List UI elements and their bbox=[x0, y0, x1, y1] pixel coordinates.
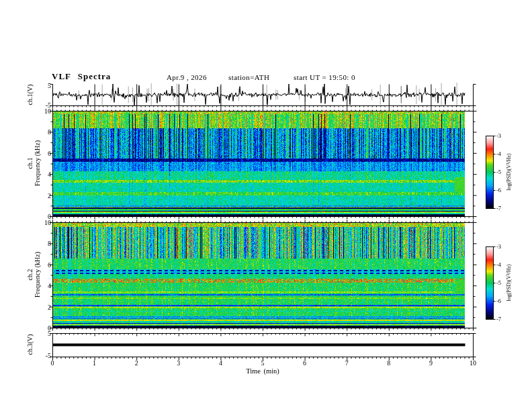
x-tick-label: 10 bbox=[470, 359, 476, 367]
spec2-axis-label-line1: ch.2 bbox=[27, 252, 34, 298]
start-ut-label: start UT = 19:50: 0 bbox=[294, 73, 355, 81]
station-label: station=ATH bbox=[228, 73, 269, 81]
colorbar-tick-label: -4 bbox=[496, 150, 501, 157]
colorbar-tick-label: -6 bbox=[496, 298, 501, 304]
spec1-tick-label: 6 bbox=[48, 149, 51, 156]
ch3-wave-tick-label: 5 bbox=[48, 330, 51, 337]
spec2-axis-label: ch.2 Frequency (kHz) bbox=[27, 252, 41, 298]
colorbar2-label: log(PSD)(V²/Hz) bbox=[506, 264, 512, 301]
spec2-tick-label: 6 bbox=[48, 261, 51, 268]
spec2-tick-label: 2 bbox=[48, 303, 51, 310]
spec2-tick-label: 8 bbox=[48, 240, 51, 247]
spec1-axis-label-line2: Frequency (kHz) bbox=[34, 140, 41, 186]
colorbar-tick-label: -4 bbox=[496, 261, 501, 268]
ch3-volt-axis-label: ch.3(V) bbox=[27, 334, 34, 355]
spec1-tick-label: 4 bbox=[48, 171, 51, 178]
x-tick-label: 0 bbox=[51, 359, 54, 367]
spec1-axis-label-line1: ch.1 bbox=[27, 140, 34, 186]
colorbar1-label: log(PSD)(V²/Hz) bbox=[506, 153, 512, 190]
ch1-volt-axis-label: ch.1(V) bbox=[27, 85, 34, 105]
x-tick-label: 6 bbox=[303, 359, 306, 367]
colorbar-tick-label: -3 bbox=[496, 243, 501, 250]
x-tick-label: 5 bbox=[261, 359, 265, 367]
spec2-tick-label: 10 bbox=[44, 219, 51, 226]
date-label: Apr.9 , 2026 bbox=[167, 73, 207, 81]
x-tick-label: 8 bbox=[387, 359, 390, 367]
x-tick-label: 7 bbox=[345, 359, 349, 367]
colorbar-tick-label: -3 bbox=[496, 132, 501, 139]
x-tick-label: 9 bbox=[429, 359, 433, 367]
colorbar-tick-label: -5 bbox=[496, 169, 501, 175]
x-tick-label: 4 bbox=[219, 359, 222, 367]
spec1-tick-label: 10 bbox=[44, 107, 51, 115]
colorbar-tick-label: -7 bbox=[496, 316, 501, 322]
ch1-wave-tick-label: 5 bbox=[48, 82, 51, 89]
ch3-wave-tick-label: -5 bbox=[46, 352, 51, 359]
x-tick-label: 1 bbox=[93, 359, 96, 367]
vlf-spectra-figure: VLF Spectra Apr.9 , 2026 station=ATH sta… bbox=[0, 0, 532, 411]
x-tick-label: 3 bbox=[177, 359, 180, 367]
spec1-tick-label: 2 bbox=[48, 191, 51, 199]
colorbar-tick-label: -7 bbox=[496, 205, 501, 212]
colorbar-tick-label: -6 bbox=[496, 187, 501, 193]
spec2-axis-label-line2: Frequency (kHz) bbox=[34, 252, 41, 298]
spec2-tick-label: 4 bbox=[48, 282, 51, 289]
spec1-tick-label: 8 bbox=[48, 128, 51, 136]
spec1-axis-label: ch.1 Frequency (kHz) bbox=[27, 140, 41, 186]
time-axis-label: Time (min) bbox=[246, 367, 279, 375]
figure-title: VLF Spectra bbox=[52, 71, 111, 82]
colorbar-tick-label: -5 bbox=[496, 279, 501, 286]
x-tick-label: 2 bbox=[135, 359, 138, 367]
spectra-plot-canvas bbox=[0, 0, 532, 411]
